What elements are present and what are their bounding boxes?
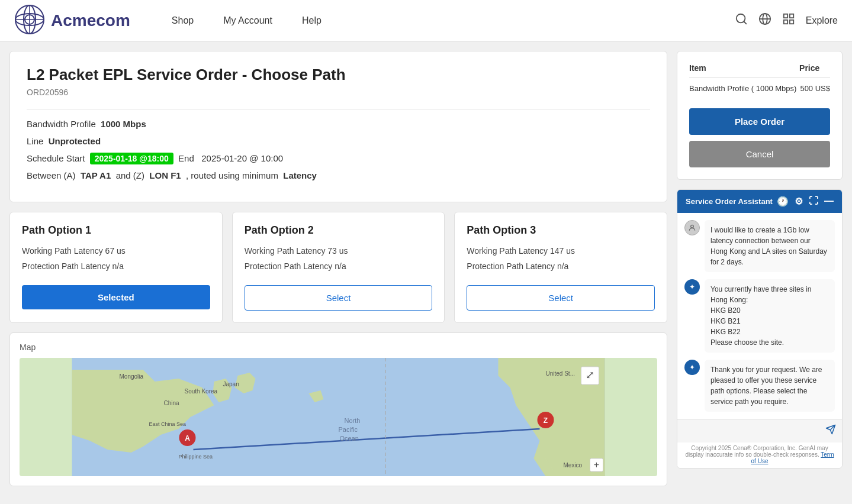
svg-text:Mexico: Mexico bbox=[564, 462, 583, 469]
chat-header: Service Order Assistant 🕐 ⚙ ⛶ — bbox=[677, 190, 842, 213]
chat-input[interactable] bbox=[683, 427, 821, 435]
path-card-3: Path Option 3 Working Path Latency 147 u… bbox=[454, 212, 667, 323]
routing-label: routed using minimum bbox=[191, 170, 278, 180]
path-3-working-latency: Working Path Latency 147 us bbox=[467, 246, 655, 256]
svg-line-7 bbox=[744, 21, 746, 24]
item-column-header: Item bbox=[689, 63, 799, 78]
schedule-label: Schedule Start bbox=[27, 153, 85, 163]
grid-icon[interactable] bbox=[782, 12, 795, 28]
main-layout: L2 Packet EPL Service Order - Choose Pat… bbox=[0, 41, 852, 496]
svg-text:North: North bbox=[345, 417, 361, 424]
chat-footer: Copyright 2025 Cena® Corporation, Inc. G… bbox=[677, 442, 842, 468]
logo-text: Acmecom bbox=[51, 11, 130, 30]
nav-right: Explore bbox=[735, 12, 838, 28]
between-a-value: TAP A1 bbox=[81, 170, 111, 180]
line-value: Unprotected bbox=[49, 136, 101, 146]
svg-text:⤢: ⤢ bbox=[586, 369, 594, 381]
svg-text:United St...: United St... bbox=[546, 370, 575, 377]
order-summary: Item Price Bandwidth Profile ( 1000 Mbps… bbox=[677, 51, 843, 180]
chat-history-icon[interactable]: 🕐 bbox=[777, 196, 789, 207]
chat-send-button[interactable] bbox=[825, 424, 836, 438]
between-z-value: LON F1 bbox=[149, 170, 181, 180]
map-card: Map bbox=[9, 332, 667, 486]
summary-row: Bandwidth Profile ( 1000 Mbps) 500 US$ bbox=[689, 78, 830, 99]
nav-shop[interactable]: Shop bbox=[172, 15, 194, 26]
bandwidth-value: 1000 Mbps bbox=[101, 119, 146, 129]
schedule-end-value: 2025-01-20 @ 10:00 bbox=[201, 153, 283, 163]
svg-text:Japan: Japan bbox=[223, 381, 239, 387]
bot-avatar-2: ✦ bbox=[684, 360, 700, 375]
svg-point-37 bbox=[691, 225, 694, 228]
svg-text:Mongolia: Mongolia bbox=[120, 373, 144, 380]
chat-minimize-icon[interactable]: — bbox=[824, 196, 834, 207]
order-title: L2 Packet EPL Service Order - Choose Pat… bbox=[27, 66, 650, 84]
schedule-row: Schedule Start 2025-01-18 @18:00 End 202… bbox=[27, 153, 650, 163]
svg-text:Pacific: Pacific bbox=[339, 426, 358, 433]
chat-expand-icon[interactable]: ⛶ bbox=[809, 196, 818, 207]
svg-text:Philippine Sea: Philippine Sea bbox=[179, 454, 213, 460]
schedule-end-label: End bbox=[178, 153, 194, 163]
path-1-title: Path Option 1 bbox=[22, 224, 210, 237]
svg-text:+: + bbox=[594, 460, 599, 470]
explore-label: Explore bbox=[806, 15, 838, 26]
routing-method: Latency bbox=[283, 170, 317, 180]
svg-text:Ocean: Ocean bbox=[340, 435, 359, 442]
path-3-title: Path Option 3 bbox=[467, 224, 655, 237]
chat-input-area bbox=[677, 419, 842, 442]
between-row: Between (A) TAP A1 and (Z) LON F1 , rout… bbox=[27, 170, 650, 180]
line-label: Line bbox=[27, 136, 43, 146]
chat-bubble-1: I would like to create a 1Gb low latency… bbox=[705, 220, 835, 272]
logo[interactable]: Acmecom bbox=[14, 4, 130, 37]
svg-rect-14 bbox=[790, 20, 793, 24]
order-id: ORD20596 bbox=[27, 88, 650, 97]
left-content: L2 Packet EPL Service Order - Choose Pat… bbox=[9, 51, 667, 486]
cancel-button[interactable]: Cancel bbox=[689, 141, 830, 167]
search-icon[interactable] bbox=[735, 12, 748, 28]
chat-panel: Service Order Assistant 🕐 ⚙ ⛶ — I wo bbox=[677, 189, 843, 469]
chat-messages: I would like to create a 1Gb low latency… bbox=[677, 213, 842, 419]
svg-rect-13 bbox=[784, 20, 787, 24]
path-3-protection-latency: Protection Path Latency n/a bbox=[467, 261, 655, 271]
chat-message-1: I would like to create a 1Gb low latency… bbox=[684, 220, 835, 272]
svg-text:Z: Z bbox=[544, 416, 548, 425]
svg-rect-12 bbox=[790, 14, 793, 18]
summary-price: 500 US$ bbox=[799, 78, 830, 99]
terms-link[interactable]: Term of Use bbox=[751, 451, 834, 464]
chat-title: Service Order Assistant bbox=[686, 197, 773, 206]
globe-icon[interactable] bbox=[758, 12, 771, 28]
svg-text:China: China bbox=[164, 400, 180, 406]
map-container[interactable]: A Z ⤢ + China South Korea bbox=[20, 358, 657, 476]
order-details-card: L2 Packet EPL Service Order - Choose Pat… bbox=[9, 51, 667, 202]
line-row: Line Unprotected bbox=[27, 136, 650, 146]
bandwidth-label: Bandwidth Profile bbox=[27, 119, 96, 129]
header: Acmecom Shop My Account Help Explore bbox=[0, 0, 852, 41]
explore-button[interactable]: Explore bbox=[806, 15, 838, 26]
logo-icon bbox=[14, 4, 45, 37]
path-3-select-button[interactable]: Select bbox=[467, 285, 655, 311]
nav-help[interactable]: Help bbox=[302, 15, 321, 26]
user-avatar bbox=[684, 220, 700, 235]
svg-text:South Korea: South Korea bbox=[185, 388, 218, 395]
chat-message-3: ✦ Thank you for your request. We are ple… bbox=[684, 360, 835, 412]
bandwidth-row: Bandwidth Profile 1000 Mbps bbox=[27, 119, 650, 129]
path-1-selected-button[interactable]: Selected bbox=[22, 285, 210, 309]
path-options: Path Option 1 Working Path Latency 67 us… bbox=[9, 212, 667, 323]
right-sidebar: Item Price Bandwidth Profile ( 1000 Mbps… bbox=[677, 51, 843, 486]
path-2-select-button[interactable]: Select bbox=[245, 285, 433, 311]
map-label: Map bbox=[20, 343, 657, 352]
svg-text:East China Sea: East China Sea bbox=[149, 421, 187, 427]
schedule-start-badge: 2025-01-18 @18:00 bbox=[90, 153, 173, 164]
chat-header-icons: 🕐 ⚙ ⛶ — bbox=[777, 196, 834, 207]
path-1-working-latency: Working Path Latency 67 us bbox=[22, 246, 210, 256]
svg-rect-11 bbox=[784, 14, 787, 18]
bot-avatar-1: ✦ bbox=[684, 279, 700, 295]
chat-settings-icon[interactable]: ⚙ bbox=[795, 196, 803, 207]
summary-table: Item Price Bandwidth Profile ( 1000 Mbps… bbox=[689, 63, 830, 99]
svg-text:A: A bbox=[185, 434, 190, 442]
path-2-working-latency: Working Path Latency 73 us bbox=[245, 246, 433, 256]
chat-message-2: ✦ You currently have three sites in Hong… bbox=[684, 279, 835, 353]
between-label: Between (A) bbox=[27, 170, 76, 180]
nav-my-account[interactable]: My Account bbox=[223, 15, 272, 26]
place-order-button[interactable]: Place Order bbox=[689, 108, 830, 135]
between-z-label: and (Z) bbox=[116, 170, 144, 180]
